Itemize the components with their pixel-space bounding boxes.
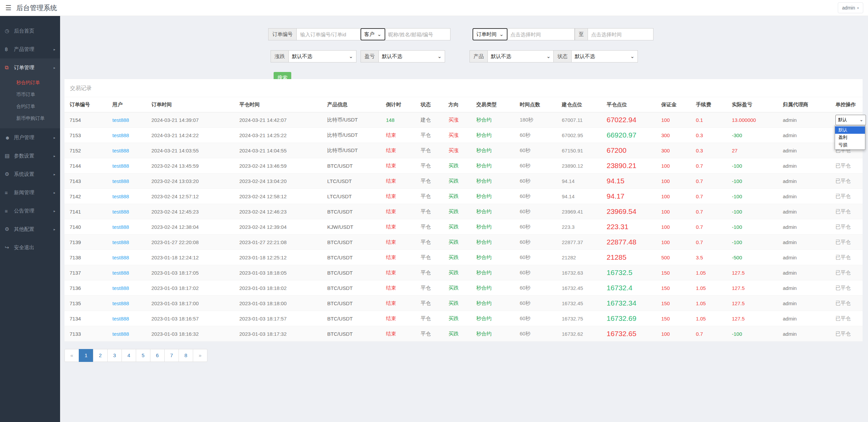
- page-next[interactable]: »: [193, 349, 207, 362]
- cell-value: 秒合约: [476, 254, 492, 260]
- cell-product: BTC/USDT: [322, 158, 381, 173]
- user-link[interactable]: test888: [112, 316, 129, 322]
- row-control-select[interactable]: 默认⌄: [835, 115, 866, 125]
- user-link[interactable]: test888: [112, 194, 129, 199]
- status-select[interactable]: 默认不选 ⌄: [571, 50, 638, 62]
- cell-close_price: 16732.65: [602, 326, 656, 342]
- control-dropdown-popup: 默认盈利亏损: [835, 125, 865, 150]
- row-control-status: 已平仓: [835, 208, 851, 214]
- sidebar-item-dashboard-home[interactable]: ◷后台首页: [0, 22, 60, 40]
- sidebar-item-product-management[interactable]: ฿产品管理▸: [0, 40, 60, 58]
- countdown-value: 结束: [386, 147, 396, 153]
- row-control-status: 已平仓: [835, 315, 851, 321]
- row-control-status: 已平仓: [835, 270, 851, 275]
- sidebar-subitem-coin-orders[interactable]: 币币订单: [0, 89, 60, 100]
- close-price-value: 66920.97: [607, 131, 636, 139]
- cell-fee: 0.7: [691, 173, 727, 189]
- cell-value: 平仓: [421, 239, 431, 245]
- sidebar-item-logout[interactable]: ↪安全退出: [0, 238, 60, 257]
- sidebar-item-user-management[interactable]: ☻用户管理▸: [0, 128, 60, 147]
- cell-profit: 127.5: [727, 296, 778, 311]
- sidebar-item-parameter-settings[interactable]: ▤参数设置▸: [0, 147, 60, 165]
- page-prev[interactable]: «: [64, 349, 79, 362]
- chevron-right-icon: ▸: [54, 191, 55, 195]
- user-link[interactable]: test888: [112, 270, 129, 276]
- logout-icon: ↪: [5, 244, 14, 251]
- customer-type-select[interactable]: 客户 ⌄: [361, 28, 385, 40]
- cell-value: 60秒: [520, 239, 531, 245]
- page-6[interactable]: 6: [150, 349, 165, 362]
- sidebar-item-other-config[interactable]: ⚙其他配置▸: [0, 220, 60, 238]
- cell-value: 2023-02-24 13:04:20: [239, 178, 287, 184]
- page-7[interactable]: 7: [164, 349, 179, 362]
- user-link[interactable]: test888: [112, 178, 129, 184]
- cell-value: 2024-03-21 14:39:07: [151, 117, 199, 123]
- cell-value: 2023-02-24 12:38:04: [151, 224, 199, 230]
- sidebar-item-news-management[interactable]: ≡新闻管理▸: [0, 183, 60, 202]
- sidebar-item-order-management[interactable]: ⧉订单管理▸: [0, 58, 60, 77]
- page-5[interactable]: 5: [136, 349, 150, 362]
- sidebar-item-system-settings[interactable]: ⚙系统设置▸: [0, 165, 60, 183]
- order-no-input[interactable]: [296, 28, 368, 40]
- pnl-select[interactable]: 默认不选 ⌄: [378, 50, 445, 62]
- time-type-select[interactable]: 订单时间 ⌄: [473, 28, 507, 40]
- cell-open_time: 2024-03-21 14:03:55: [146, 143, 234, 158]
- user-link[interactable]: test888: [112, 209, 129, 215]
- cell-value: admin: [783, 132, 797, 138]
- cell-period: 60秒: [515, 158, 557, 173]
- user-link[interactable]: test888: [112, 163, 129, 169]
- cell-open_price: 16732.63: [557, 265, 602, 280]
- cell-id: 7153: [64, 128, 107, 143]
- user-link[interactable]: test888: [112, 117, 129, 123]
- pnl-value: 默认不选: [382, 53, 402, 60]
- cell-margin: 100: [656, 112, 691, 128]
- user-link[interactable]: test888: [112, 300, 129, 306]
- cell-value: 比特币/USDT: [327, 132, 358, 138]
- dropdown-option[interactable]: 默认: [835, 126, 865, 134]
- user-link[interactable]: test888: [112, 331, 129, 337]
- updown-filter-group: 涨跌 默认不选 ⌄: [271, 50, 356, 62]
- table-header-row: 订单编号用户订单时间平仓时间产品信息倒计时状态方向交易类型时间点数建仓点位平仓点…: [64, 97, 863, 112]
- user-link[interactable]: test888: [112, 255, 129, 260]
- dropdown-option[interactable]: 盈利: [835, 134, 865, 141]
- cell-value: 2023-01-27 22:20:08: [151, 239, 199, 245]
- countdown-value: 结束: [386, 132, 396, 138]
- page-1[interactable]: 1: [79, 349, 93, 362]
- user-link[interactable]: test888: [112, 132, 129, 138]
- cell-user: test888: [107, 128, 146, 143]
- updown-select[interactable]: 默认不选 ⌄: [289, 50, 356, 62]
- page-4[interactable]: 4: [122, 349, 136, 362]
- chevron-right-icon: ▸: [54, 136, 55, 140]
- cell-value: 比特币/USDT: [327, 147, 358, 153]
- cell-fee: 1.05: [691, 280, 727, 296]
- cell-value: 平仓: [421, 193, 431, 199]
- admin-user-menu[interactable]: admin ▾: [838, 2, 863, 13]
- cell-value: 16732.45: [562, 285, 583, 291]
- page-8[interactable]: 8: [179, 349, 193, 362]
- user-link[interactable]: test888: [112, 285, 129, 291]
- dropdown-option[interactable]: 亏损: [835, 141, 865, 149]
- product-select[interactable]: 默认不选 ⌄: [487, 50, 554, 62]
- hamburger-menu-icon[interactable]: ☰: [5, 4, 12, 12]
- page-3[interactable]: 3: [107, 349, 122, 362]
- cell-product: BTC/USDT: [322, 265, 381, 280]
- cell-countdown: 结束: [381, 265, 415, 280]
- col-product: 产品信息: [322, 97, 381, 112]
- cell-value: 16732.45: [562, 300, 583, 306]
- cell-value: 1.05: [696, 316, 706, 322]
- sidebar-subitem-seconds-contract-orders[interactable]: 秒合约订单: [0, 77, 60, 89]
- sidebar-item-announcement-management[interactable]: ≡公告管理▸: [0, 202, 60, 220]
- table-row-7138: 7138test8882023-01-18 12:24:122023-01-18…: [64, 250, 863, 265]
- customer-input[interactable]: [385, 28, 450, 40]
- cell-countdown: 结束: [381, 311, 415, 326]
- time-to-input[interactable]: [588, 28, 653, 40]
- sidebar-subitem-new-coin-subscription-orders[interactable]: 新币申购订单: [0, 112, 60, 124]
- user-link[interactable]: test888: [112, 239, 129, 245]
- close-price-value: 23969.54: [607, 207, 636, 215]
- sidebar-subitem-contract-orders[interactable]: 合约订单: [0, 100, 60, 112]
- user-link[interactable]: test888: [112, 224, 129, 230]
- time-from-input[interactable]: [507, 28, 575, 40]
- page-2[interactable]: 2: [93, 349, 108, 362]
- cell-period: 60秒: [515, 128, 557, 143]
- user-link[interactable]: test888: [112, 148, 129, 153]
